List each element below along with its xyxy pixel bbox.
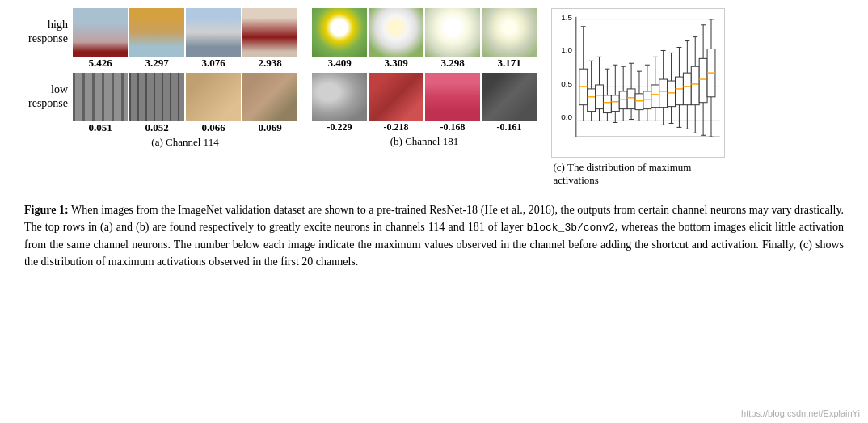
high-scores-114: 5.426 3.297 3.076 2.938 [73,57,297,70]
svg-rect-31 [603,95,611,113]
image-daisy3 [425,8,480,57]
svg-rect-85 [675,77,683,105]
svg-rect-97 [691,66,699,104]
main-container: highresponse 5.426 3.297 3.076 2.938 [0,0,868,278]
score-114-l1: 0.051 [73,121,128,134]
score-114-l4: 0.069 [242,121,297,134]
channels-section: highresponse 5.426 3.297 3.076 2.938 [16,8,537,149]
score-181-l4: -0.161 [482,121,537,133]
image-pink-texture [425,73,480,121]
high-response-row: highresponse [16,8,297,57]
score-114-h3: 3.076 [186,57,241,70]
svg-rect-79 [668,81,676,107]
high-images-114 [73,8,297,57]
score-114-h2: 3.297 [129,57,184,70]
figure-section: highresponse 5.426 3.297 3.076 2.938 [16,8,852,187]
chart-caption: (c) The distribution of maximum activati… [554,161,723,187]
svg-rect-49 [627,89,635,109]
image-daisy2 [369,8,423,57]
high-response-row-181 [312,8,537,57]
score-181-h4: 3.171 [482,57,537,70]
svg-rect-55 [635,94,643,110]
caption-181: (b) Channel 181 [390,135,458,148]
svg-rect-91 [683,73,691,105]
caption-114: (a) Channel 114 [151,136,218,149]
low-response-label: lowresponse [16,83,73,111]
svg-text:0.5: 0.5 [561,79,572,88]
svg-text:1.5: 1.5 [561,13,572,22]
low-images-181 [312,73,537,121]
high-response-label: highresponse [16,19,73,46]
score-181-h1: 3.409 [312,57,367,70]
image-daisy4 [482,8,537,57]
image-dog-fence [73,73,128,121]
image-red-wine [242,8,297,57]
score-114-l3: 0.066 [186,121,241,134]
score-114-h1: 5.426 [73,57,128,70]
image-dark-rocks [482,73,537,121]
low-response-row: lowresponse [16,73,297,121]
image-balance [186,8,241,57]
high-scores-181: 3.409 3.309 3.298 3.171 [312,57,537,70]
low-response-row-181 [312,73,537,121]
boxplot-chart: 1.5 1.0 0.5 0.0 [551,8,725,158]
image-mushroom [129,8,184,57]
figure-label: Figure 1: [24,204,69,216]
score-181-h2: 3.309 [369,57,423,70]
svg-rect-61 [643,91,651,109]
watermark: https://blog.csdn.net/ExplainYi [741,408,860,418]
low-scores-181: -0.229 -0.218 -0.168 -0.161 [312,121,537,133]
channel-114-block: highresponse 5.426 3.297 3.076 2.938 [16,8,297,149]
figure-caption: Figure 1: When images from the ImageNet … [16,201,852,270]
svg-rect-73 [659,79,668,108]
image-wine-glass [73,8,128,57]
score-181-l2: -0.218 [369,121,423,133]
svg-text:0.0: 0.0 [561,112,572,121]
score-181-l1: -0.229 [312,121,367,133]
separator [297,8,312,149]
svg-text:1.0: 1.0 [561,45,572,54]
channel-181-block: 3.409 3.309 3.298 3.171 -0.229 [312,8,537,149]
image-daisy1 [312,8,367,57]
low-images-114 [73,73,297,121]
score-181-l3: -0.168 [425,121,480,133]
low-scores-114: 0.051 0.052 0.066 0.069 [73,121,297,134]
svg-rect-67 [651,85,659,108]
svg-rect-37 [611,95,619,112]
score-114-h4: 2.938 [242,57,297,70]
svg-rect-43 [619,91,627,109]
image-cracked [369,73,423,121]
code-block-name: block_3b/conv2 [527,222,615,234]
image-cage-animals [129,73,184,121]
score-114-l2: 0.052 [129,121,184,134]
svg-rect-25 [596,85,604,109]
score-181-h3: 3.298 [425,57,480,70]
svg-rect-19 [588,89,596,112]
image-puppy [186,73,241,121]
chart-section: 1.5 1.0 0.5 0.0 [551,8,725,187]
caption-text: When images from the ImageNet validation… [24,204,844,268]
image-rocks1 [312,73,367,121]
svg-rect-103 [699,58,707,102]
high-images-181 [312,8,537,57]
image-dog2 [242,73,297,121]
